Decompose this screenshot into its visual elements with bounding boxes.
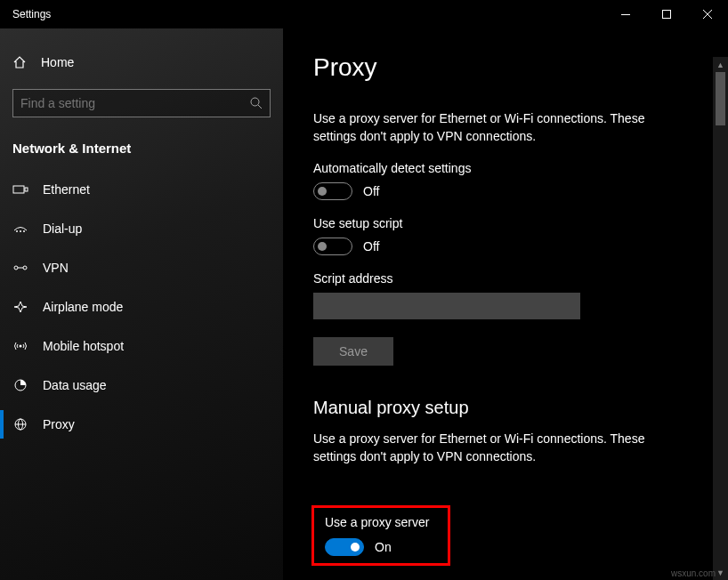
use-proxy-label: Use a proxy server [325, 515, 437, 529]
sidebar-item-label: Ethernet [43, 182, 90, 197]
search-box[interactable] [12, 89, 271, 117]
sidebar-item-datausage[interactable]: Data usage [0, 366, 283, 405]
sidebar-item-label: Proxy [43, 417, 75, 431]
airplane-icon [12, 301, 28, 313]
watermark: wsxun.com [671, 568, 716, 578]
datausage-icon [12, 379, 28, 391]
proxy-icon [12, 418, 28, 431]
sidebar-item-vpn[interactable]: VPN [0, 248, 283, 287]
search-icon [250, 97, 263, 109]
search-input[interactable] [20, 96, 250, 110]
scroll-up-arrow[interactable]: ▲ [713, 57, 728, 72]
sidebar-item-hotspot[interactable]: Mobile hotspot [0, 326, 283, 366]
svg-point-7 [23, 230, 25, 232]
scroll-thumb[interactable] [716, 72, 725, 125]
highlight-annotation: Use a proxy server On [311, 505, 450, 566]
proxy-description: Use a proxy server for Ethernet or Wi-Fi… [313, 110, 687, 145]
sidebar-item-label: Data usage [43, 378, 107, 392]
sidebar-item-airplane[interactable]: Airplane mode [0, 287, 283, 326]
maximize-icon [662, 10, 671, 19]
sidebar: Home Network & Internet Ethernet Dial-up… [0, 28, 283, 580]
script-address-input[interactable] [313, 293, 580, 319]
use-proxy-toggle[interactable] [325, 538, 364, 556]
svg-rect-4 [25, 188, 28, 191]
script-address-label: Script address [313, 271, 698, 286]
dialup-icon [12, 222, 28, 235]
setup-script-label: Use setup script [313, 216, 698, 230]
manual-description: Use a proxy server for Ethernet or Wi-Fi… [313, 431, 687, 465]
save-button[interactable]: Save [313, 337, 393, 366]
auto-detect-label: Automatically detect settings [313, 161, 698, 175]
manual-section-title: Manual proxy setup [313, 398, 698, 418]
minimize-icon [621, 14, 630, 15]
auto-detect-toggle[interactable] [313, 182, 352, 200]
maximize-button[interactable] [646, 0, 687, 28]
home-label: Home [41, 55, 74, 69]
svg-rect-0 [621, 14, 630, 15]
sidebar-item-label: VPN [43, 261, 69, 275]
ethernet-icon [12, 183, 28, 196]
svg-point-5 [16, 230, 18, 232]
home-icon [12, 55, 27, 69]
svg-point-8 [14, 266, 18, 270]
home-button[interactable]: Home [0, 50, 283, 82]
vpn-icon [12, 262, 28, 274]
hotspot-icon [12, 340, 28, 352]
svg-point-2 [251, 98, 259, 106]
svg-rect-3 [13, 186, 24, 193]
page-heading: Proxy [313, 53, 698, 82]
sidebar-item-label: Dial-up [43, 222, 82, 236]
sidebar-item-proxy[interactable]: Proxy [0, 405, 283, 444]
sidebar-item-label: Mobile hotspot [43, 339, 124, 353]
svg-point-9 [23, 266, 27, 270]
auto-detect-state: Off [363, 184, 379, 198]
sidebar-item-label: Airplane mode [43, 300, 123, 314]
svg-point-10 [20, 345, 22, 348]
content-pane: Proxy Use a proxy server for Ethernet or… [283, 28, 728, 580]
category-label: Network & Internet [0, 133, 283, 170]
titlebar: Settings [0, 0, 728, 28]
vertical-scrollbar[interactable]: ▲ ▼ [713, 57, 728, 580]
sidebar-item-ethernet[interactable]: Ethernet [0, 170, 283, 209]
minimize-button[interactable] [605, 0, 646, 28]
setup-script-state: Off [363, 239, 379, 254]
svg-point-6 [20, 230, 21, 232]
setup-script-toggle[interactable] [313, 238, 352, 255]
svg-rect-1 [663, 11, 671, 19]
close-button[interactable] [687, 0, 728, 28]
close-icon [703, 10, 712, 19]
window-title: Settings [0, 8, 51, 20]
sidebar-item-dialup[interactable]: Dial-up [0, 209, 283, 248]
use-proxy-state: On [375, 540, 392, 554]
